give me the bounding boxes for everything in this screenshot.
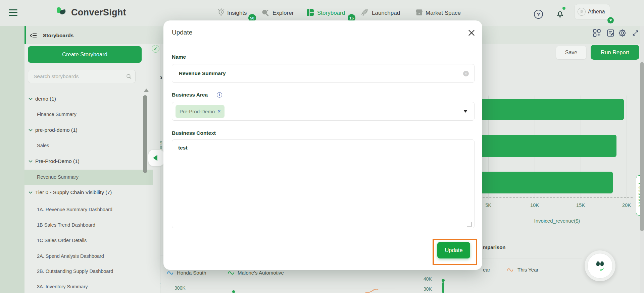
create-storyboard-button[interactable]: Create Storyboard — [28, 46, 142, 63]
data-point — [232, 290, 235, 293]
nav-insights[interactable]: Insights — [227, 10, 247, 16]
tree-group-pre-prod-demo-lc[interactable]: pre-prod-demo (1) — [29, 127, 78, 133]
notifications-bell-icon[interactable] — [555, 9, 565, 18]
collapse-panel-icon[interactable] — [30, 32, 38, 40]
gridline — [190, 289, 395, 289]
page-title: Storyboards — [43, 33, 73, 39]
x-tick: 15K — [573, 202, 588, 208]
gridline — [436, 279, 554, 279]
status-check-icon: ✓ — [152, 45, 159, 53]
explorer-icon — [261, 8, 269, 17]
trend-line-fragment — [365, 289, 379, 293]
tree-item-1a[interactable]: 1A. Revenue Summary Dashboard — [37, 207, 112, 212]
hamburger-menu-icon[interactable] — [9, 9, 17, 16]
athena-assistant-button[interactable] — [587, 253, 613, 279]
tree-item-revenue-summary[interactable]: Revenue Summary — [37, 174, 79, 180]
business-context-label: Business Context — [172, 130, 216, 136]
business-context-field: test — [172, 139, 475, 228]
x-tick: 20K — [619, 202, 634, 208]
legend-wave-icon — [167, 271, 174, 275]
user-name: Athena — [588, 9, 605, 15]
expand-icon[interactable] — [632, 29, 639, 37]
business-area-label: Business Area — [172, 92, 208, 98]
comparison-y-tick: 40K — [424, 276, 432, 282]
user-menu[interactable]: Athena — [574, 4, 610, 19]
nav-explorer[interactable]: Explorer — [273, 10, 294, 16]
market-space-icon — [415, 8, 424, 17]
tree-item-2b[interactable]: 2B. Outstanding Supply Dashboard — [37, 269, 113, 274]
help-icon[interactable]: ? — [534, 10, 543, 19]
settings-gear-icon[interactable] — [618, 28, 627, 38]
tree-group-pre-prod-demo[interactable]: Pre-Prod-Demo (1) — [29, 158, 80, 164]
chevron-down-icon — [29, 98, 33, 100]
search-input[interactable] — [33, 73, 126, 80]
tree-item-sales[interactable]: Sales — [37, 143, 49, 148]
athena-logo-icon — [593, 259, 607, 273]
legend-last-year-fragment[interactable]: ear — [483, 267, 490, 273]
tree-item-finance-summary[interactable]: Finance Summary — [37, 112, 77, 117]
run-report-button[interactable]: Run Report — [591, 45, 639, 60]
tree-group-demo[interactable]: demo (1) — [29, 96, 56, 102]
tree-scrollbar-thumb[interactable] — [143, 95, 147, 173]
x-tick: 10K — [527, 202, 542, 208]
notes-icon[interactable] — [606, 28, 615, 38]
search-icon[interactable] — [126, 73, 132, 79]
chevron-down-icon — [29, 160, 33, 163]
tree-group-tier0[interactable]: Tier 0 - Supply Chain Visibility (7) — [29, 189, 112, 195]
legend-honda-south[interactable]: Honda South — [177, 270, 206, 276]
chevron-down-icon — [29, 129, 33, 131]
business-context-textarea[interactable]: test — [172, 140, 474, 228]
update-button[interactable]: Update — [437, 242, 470, 258]
clear-name-icon[interactable]: ✕ — [463, 71, 469, 76]
legend-wave-icon — [507, 268, 513, 272]
business-area-chip: Pre-Prod-Demo × — [176, 105, 225, 118]
comparison-y-tick: 30K — [424, 286, 432, 292]
avatar-icon — [578, 8, 586, 16]
storyboard-search — [28, 70, 136, 83]
add-widget-icon[interactable] — [592, 28, 601, 38]
info-icon[interactable]: i — [217, 92, 222, 98]
resize-handle-icon[interactable] — [467, 222, 472, 227]
comparison-marker-dot — [442, 279, 445, 282]
chevron-down-icon — [29, 191, 33, 194]
name-input[interactable] — [178, 70, 463, 77]
active-section-accent — [24, 26, 26, 44]
gridline — [436, 289, 554, 289]
card-divider — [482, 258, 582, 259]
dropdown-caret-icon — [463, 110, 467, 113]
nav-market-space[interactable]: Market Space — [426, 10, 461, 16]
comparison-marker-line — [442, 282, 444, 293]
legend-wave-icon — [228, 271, 234, 275]
tree-item-3a[interactable]: 3A. Inventory Summary — [37, 284, 88, 289]
page-scrollbar-thumb[interactable] — [640, 62, 644, 231]
tree-item-2a[interactable]: 2A. Spend Analysis Dashboard — [37, 253, 104, 259]
storyboard-icon — [306, 8, 314, 17]
trend-y-tick: 300K — [175, 285, 186, 291]
business-area-select[interactable]: Pre-Prod-Demo × — [172, 102, 475, 121]
conversight-app: ConverSight Insights 50 Explorer Storybo… — [0, 0, 644, 293]
nav-launchpad[interactable]: Launchpad — [372, 10, 400, 16]
close-icon[interactable] — [467, 28, 476, 37]
x-tick: 5K — [481, 202, 496, 208]
tree-scroll-up-icon[interactable] — [144, 89, 149, 92]
user-caret-icon[interactable] — [607, 17, 614, 23]
left-icon-rail — [0, 26, 24, 293]
legend-this-year[interactable]: This Year — [517, 267, 539, 273]
tree-item-1b[interactable]: 1B Sales Trend Dashboard — [37, 222, 95, 228]
name-label: Name — [172, 54, 186, 60]
chip-remove-icon[interactable]: × — [218, 109, 220, 114]
launchpad-icon — [360, 8, 369, 17]
nav-storyboard[interactable]: Storyboard — [317, 10, 345, 16]
notification-dot — [562, 7, 565, 10]
save-button[interactable]: Save — [556, 46, 586, 59]
legend-malones-automotive[interactable]: Malone's Automotive — [238, 270, 284, 276]
name-field: ✕ — [172, 64, 475, 83]
conversight-logo-icon — [54, 5, 69, 21]
comparison-title-fragment: mparison — [483, 244, 506, 250]
collapse-arrow-icon — [153, 155, 157, 161]
modal-title: Update — [172, 29, 192, 36]
brand-name: ConverSight — [71, 7, 126, 18]
x-axis-title: Invoiced_revenue($) — [500, 218, 614, 224]
tree-item-1c[interactable]: 1C Sales Order Details — [37, 238, 87, 243]
insights-icon — [216, 8, 226, 17]
